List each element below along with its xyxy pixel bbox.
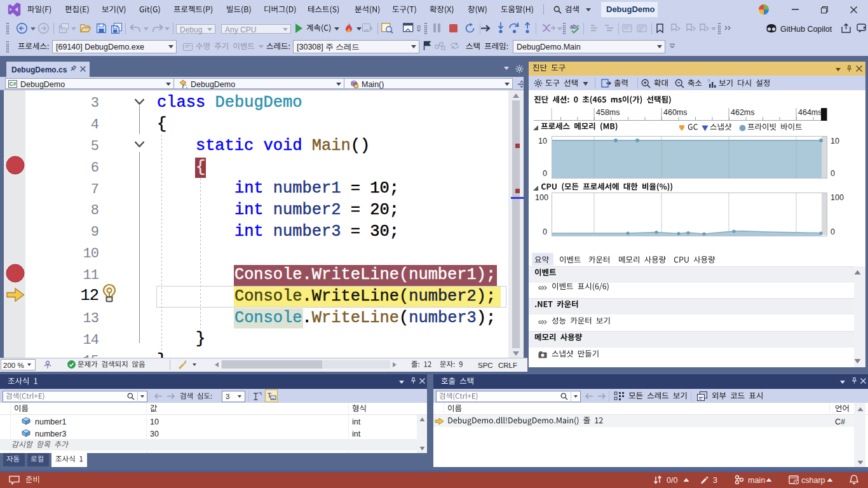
svg-text:ab: ab	[271, 396, 275, 400]
svg-text:?: ?	[707, 78, 710, 84]
svg-text:C#: C#	[10, 81, 17, 87]
